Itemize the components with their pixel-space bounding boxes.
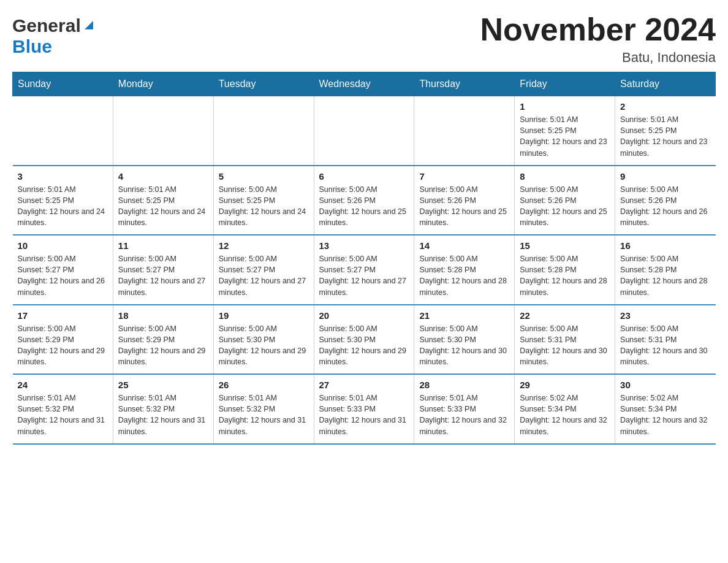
- day-number: 26: [219, 380, 309, 390]
- calendar-cell: 1Sunrise: 5:01 AM Sunset: 5:25 PM Daylig…: [515, 96, 615, 166]
- logo: General Blue: [12, 12, 96, 57]
- calendar-subtitle: Batu, Indonesia: [480, 50, 716, 66]
- calendar-cell: 19Sunrise: 5:00 AM Sunset: 5:30 PM Dayli…: [213, 305, 314, 375]
- day-info: Sunrise: 5:01 AM Sunset: 5:32 PM Dayligh…: [18, 393, 108, 437]
- day-number: 17: [18, 310, 108, 321]
- calendar-cell: 6Sunrise: 5:00 AM Sunset: 5:26 PM Daylig…: [314, 166, 414, 236]
- calendar-cell: 17Sunrise: 5:00 AM Sunset: 5:29 PM Dayli…: [13, 305, 113, 375]
- calendar-cell: 24Sunrise: 5:01 AM Sunset: 5:32 PM Dayli…: [13, 374, 113, 444]
- day-info: Sunrise: 5:01 AM Sunset: 5:32 PM Dayligh…: [118, 393, 208, 437]
- day-number: 24: [18, 380, 108, 390]
- day-info: Sunrise: 5:00 AM Sunset: 5:26 PM Dayligh…: [620, 184, 710, 229]
- day-info: Sunrise: 5:00 AM Sunset: 5:30 PM Dayligh…: [419, 323, 509, 368]
- day-info: Sunrise: 5:00 AM Sunset: 5:26 PM Dayligh…: [319, 184, 409, 229]
- calendar-cell: 2Sunrise: 5:01 AM Sunset: 5:25 PM Daylig…: [615, 96, 716, 166]
- svg-marker-0: [85, 21, 93, 29]
- day-number: 30: [620, 380, 710, 390]
- day-number: 1: [520, 101, 610, 112]
- calendar-cell: 12Sunrise: 5:00 AM Sunset: 5:27 PM Dayli…: [213, 235, 314, 305]
- calendar-cell: [213, 96, 314, 166]
- day-number: 9: [620, 171, 710, 182]
- calendar-cell: 29Sunrise: 5:02 AM Sunset: 5:34 PM Dayli…: [515, 374, 615, 444]
- day-number: 3: [18, 171, 108, 182]
- calendar-cell: [13, 96, 113, 166]
- calendar-cell: 27Sunrise: 5:01 AM Sunset: 5:33 PM Dayli…: [314, 374, 414, 444]
- calendar-cell: 8Sunrise: 5:00 AM Sunset: 5:26 PM Daylig…: [515, 166, 615, 236]
- calendar-cell: 26Sunrise: 5:01 AM Sunset: 5:32 PM Dayli…: [213, 374, 314, 444]
- day-info: Sunrise: 5:00 AM Sunset: 5:29 PM Dayligh…: [18, 323, 108, 368]
- calendar-cell: [314, 96, 414, 166]
- calendar-week-row: 10Sunrise: 5:00 AM Sunset: 5:27 PM Dayli…: [13, 235, 716, 305]
- day-info: Sunrise: 5:00 AM Sunset: 5:27 PM Dayligh…: [319, 253, 409, 298]
- day-number: 21: [419, 310, 509, 321]
- logo-blue-text: Blue: [12, 36, 52, 56]
- calendar-cell: 20Sunrise: 5:00 AM Sunset: 5:30 PM Dayli…: [314, 305, 414, 375]
- day-info: Sunrise: 5:00 AM Sunset: 5:28 PM Dayligh…: [620, 253, 710, 298]
- calendar-cell: 9Sunrise: 5:00 AM Sunset: 5:26 PM Daylig…: [615, 166, 716, 236]
- day-number: 22: [520, 310, 610, 321]
- day-info: Sunrise: 5:01 AM Sunset: 5:25 PM Dayligh…: [118, 184, 208, 229]
- day-info: Sunrise: 5:00 AM Sunset: 5:27 PM Dayligh…: [219, 253, 309, 298]
- day-info: Sunrise: 5:00 AM Sunset: 5:28 PM Dayligh…: [419, 253, 509, 298]
- calendar-cell: 22Sunrise: 5:00 AM Sunset: 5:31 PM Dayli…: [515, 305, 615, 375]
- day-number: 2: [620, 101, 710, 112]
- day-info: Sunrise: 5:02 AM Sunset: 5:34 PM Dayligh…: [620, 393, 710, 437]
- calendar-cell: 18Sunrise: 5:00 AM Sunset: 5:29 PM Dayli…: [113, 305, 213, 375]
- day-info: Sunrise: 5:00 AM Sunset: 5:27 PM Dayligh…: [18, 253, 108, 298]
- day-header-thursday: Thursday: [414, 72, 515, 96]
- day-number: 20: [319, 310, 409, 321]
- day-number: 11: [118, 240, 208, 251]
- day-info: Sunrise: 5:01 AM Sunset: 5:25 PM Dayligh…: [520, 114, 610, 159]
- logo-triangle-icon: [82, 18, 96, 32]
- calendar-cell: 10Sunrise: 5:00 AM Sunset: 5:27 PM Dayli…: [13, 235, 113, 305]
- calendar-cell: [414, 96, 515, 166]
- day-header-saturday: Saturday: [615, 72, 716, 96]
- logo-general-text: General: [12, 15, 81, 36]
- day-info: Sunrise: 5:00 AM Sunset: 5:25 PM Dayligh…: [219, 184, 309, 229]
- day-number: 15: [520, 240, 610, 251]
- day-header-tuesday: Tuesday: [213, 72, 314, 96]
- day-header-friday: Friday: [515, 72, 615, 96]
- calendar-week-row: 24Sunrise: 5:01 AM Sunset: 5:32 PM Dayli…: [13, 374, 716, 444]
- day-info: Sunrise: 5:00 AM Sunset: 5:30 PM Dayligh…: [319, 323, 409, 368]
- day-info: Sunrise: 5:00 AM Sunset: 5:31 PM Dayligh…: [620, 323, 710, 368]
- day-number: 27: [319, 380, 409, 390]
- day-number: 28: [419, 380, 509, 390]
- day-number: 16: [620, 240, 710, 251]
- calendar-cell: [113, 96, 213, 166]
- calendar-cell: 7Sunrise: 5:00 AM Sunset: 5:26 PM Daylig…: [414, 166, 515, 236]
- calendar-header-row: SundayMondayTuesdayWednesdayThursdayFrid…: [13, 72, 716, 96]
- day-number: 7: [419, 171, 509, 182]
- calendar-week-row: 1Sunrise: 5:01 AM Sunset: 5:25 PM Daylig…: [13, 96, 716, 166]
- calendar-cell: 13Sunrise: 5:00 AM Sunset: 5:27 PM Dayli…: [314, 235, 414, 305]
- calendar-week-row: 17Sunrise: 5:00 AM Sunset: 5:29 PM Dayli…: [13, 305, 716, 375]
- day-header-sunday: Sunday: [13, 72, 113, 96]
- day-header-monday: Monday: [113, 72, 213, 96]
- day-number: 25: [118, 380, 208, 390]
- day-number: 14: [419, 240, 509, 251]
- calendar-table: SundayMondayTuesdayWednesdayThursdayFrid…: [12, 72, 716, 445]
- calendar-cell: 11Sunrise: 5:00 AM Sunset: 5:27 PM Dayli…: [113, 235, 213, 305]
- calendar-cell: 5Sunrise: 5:00 AM Sunset: 5:25 PM Daylig…: [213, 166, 314, 236]
- day-number: 12: [219, 240, 309, 251]
- calendar-cell: 3Sunrise: 5:01 AM Sunset: 5:25 PM Daylig…: [13, 166, 113, 236]
- day-info: Sunrise: 5:01 AM Sunset: 5:33 PM Dayligh…: [419, 393, 509, 437]
- day-number: 29: [520, 380, 610, 390]
- day-number: 19: [219, 310, 309, 321]
- day-number: 4: [118, 171, 208, 182]
- day-info: Sunrise: 5:01 AM Sunset: 5:33 PM Dayligh…: [319, 393, 409, 437]
- calendar-cell: 28Sunrise: 5:01 AM Sunset: 5:33 PM Dayli…: [414, 374, 515, 444]
- day-info: Sunrise: 5:01 AM Sunset: 5:25 PM Dayligh…: [620, 114, 710, 159]
- calendar-cell: 4Sunrise: 5:01 AM Sunset: 5:25 PM Daylig…: [113, 166, 213, 236]
- calendar-cell: 30Sunrise: 5:02 AM Sunset: 5:34 PM Dayli…: [615, 374, 716, 444]
- calendar-cell: 25Sunrise: 5:01 AM Sunset: 5:32 PM Dayli…: [113, 374, 213, 444]
- day-info: Sunrise: 5:01 AM Sunset: 5:32 PM Dayligh…: [219, 393, 309, 437]
- calendar-cell: 14Sunrise: 5:00 AM Sunset: 5:28 PM Dayli…: [414, 235, 515, 305]
- calendar-cell: 16Sunrise: 5:00 AM Sunset: 5:28 PM Dayli…: [615, 235, 716, 305]
- page-header: General Blue November 2024 Batu, Indones…: [12, 12, 716, 66]
- day-info: Sunrise: 5:00 AM Sunset: 5:30 PM Dayligh…: [219, 323, 309, 368]
- calendar-cell: 23Sunrise: 5:00 AM Sunset: 5:31 PM Dayli…: [615, 305, 716, 375]
- day-info: Sunrise: 5:00 AM Sunset: 5:29 PM Dayligh…: [118, 323, 208, 368]
- calendar-title: November 2024: [480, 12, 716, 47]
- day-info: Sunrise: 5:02 AM Sunset: 5:34 PM Dayligh…: [520, 393, 610, 437]
